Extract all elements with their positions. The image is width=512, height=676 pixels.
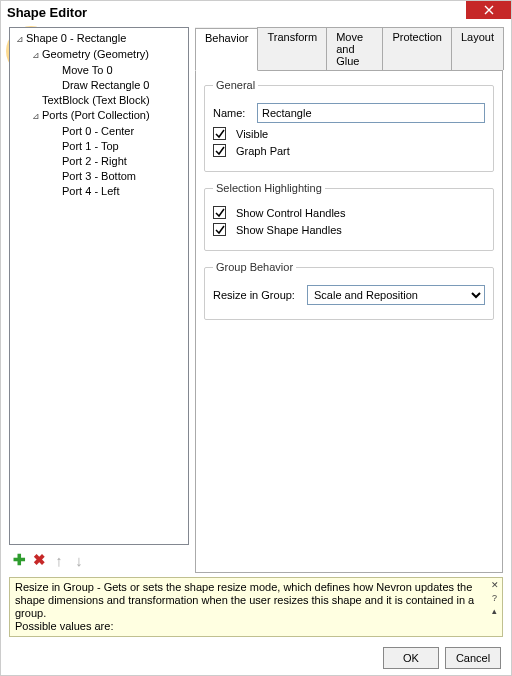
add-icon[interactable]: ✚ (11, 552, 27, 568)
help-collapse-icon[interactable]: ▴ (489, 606, 500, 617)
close-icon (484, 5, 494, 15)
cancel-button[interactable]: Cancel (445, 647, 501, 669)
tab-transform[interactable]: Transform (257, 27, 327, 70)
tree-item[interactable]: Port 3 - Bottom (12, 169, 186, 184)
general-legend: General (213, 79, 258, 91)
visible-label: Visible (236, 128, 268, 140)
tab-strip: BehaviorTransformMove and GlueProtection… (195, 27, 503, 71)
tree-item[interactable]: Port 0 - Center (12, 124, 186, 139)
tree-item[interactable]: TextBlock (Text Block) (12, 93, 186, 108)
tab-behavior[interactable]: Behavior (195, 28, 258, 71)
move-down-icon: ↓ (71, 552, 87, 568)
resize-select[interactable]: Scale and Reposition (307, 285, 485, 305)
tree-toolbar: ✚ ✖ ↑ ↓ (9, 545, 189, 573)
ok-button[interactable]: OK (383, 647, 439, 669)
graphpart-label: Graph Part (236, 145, 290, 157)
dialog-buttons: OK Cancel (1, 637, 511, 669)
name-label: Name: (213, 107, 251, 119)
window-title: Shape Editor (7, 5, 87, 20)
delete-icon[interactable]: ✖ (31, 552, 47, 568)
shape-handles-label: Show Shape Handles (236, 224, 342, 236)
tree-item[interactable]: Port 1 - Top (12, 139, 186, 154)
group-fieldset: Group Behavior Resize in Group: Scale an… (204, 261, 494, 320)
tab-move-and-glue[interactable]: Move and Glue (326, 27, 383, 70)
shape-handles-checkbox[interactable] (213, 223, 226, 236)
help-text-2: Possible values are: (15, 620, 497, 633)
tree-item[interactable]: Move To 0 (12, 63, 186, 78)
tree-item[interactable]: ⊿Ports (Port Collection) (12, 108, 186, 124)
tree-item[interactable]: ⊿Shape 0 - Rectangle (12, 31, 186, 47)
general-fieldset: General Name: Visible Graph Part (204, 79, 494, 172)
visible-checkbox[interactable] (213, 127, 226, 140)
group-legend: Group Behavior (213, 261, 296, 273)
name-input[interactable] (257, 103, 485, 123)
graphpart-checkbox[interactable] (213, 144, 226, 157)
help-close-icon[interactable]: ✕ (489, 580, 500, 591)
tree-item[interactable]: Draw Rectangle 0 (12, 78, 186, 93)
shape-tree[interactable]: ⊿Shape 0 - Rectangle⊿Geometry (Geometry)… (9, 27, 189, 545)
help-question-icon[interactable]: ? (489, 593, 500, 604)
tab-layout[interactable]: Layout (451, 27, 504, 70)
resize-label: Resize in Group: (213, 289, 301, 301)
tree-item[interactable]: ⊿Geometry (Geometry) (12, 47, 186, 63)
control-handles-label: Show Control Handles (236, 207, 345, 219)
tree-item[interactable]: Port 2 - Right (12, 154, 186, 169)
tree-item[interactable]: Port 4 - Left (12, 184, 186, 199)
selection-fieldset: Selection Highlighting Show Control Hand… (204, 182, 494, 251)
tab-body-behavior: General Name: Visible Graph Part Selecti… (195, 71, 503, 573)
control-handles-checkbox[interactable] (213, 206, 226, 219)
selection-legend: Selection Highlighting (213, 182, 325, 194)
titlebar: Shape Editor (1, 1, 511, 23)
help-text-1: Resize in Group - Gets or sets the shape… (15, 581, 497, 620)
move-up-icon: ↑ (51, 552, 67, 568)
help-panel: Resize in Group - Gets or sets the shape… (9, 577, 503, 637)
tab-protection[interactable]: Protection (382, 27, 452, 70)
close-button[interactable] (466, 1, 511, 19)
